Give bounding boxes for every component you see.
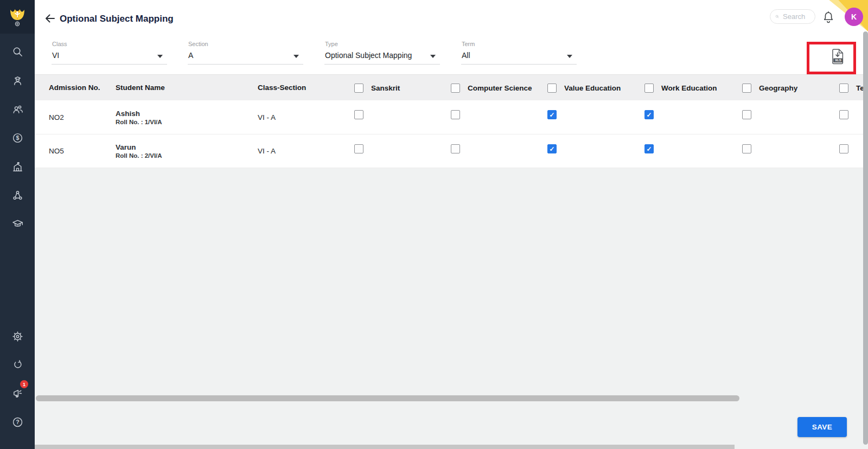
dollar-icon: $ — [11, 132, 24, 144]
student-cell: Ashish Roll No. : 1/VI/A — [116, 100, 162, 134]
class-section-value: VI - A — [258, 134, 276, 168]
student-name: Varun — [116, 143, 162, 151]
computer-science-checkbox[interactable] — [451, 110, 460, 119]
section-label: Section — [188, 41, 208, 47]
app-logo[interactable] — [0, 0, 35, 34]
svg-text:?: ? — [16, 419, 19, 425]
class-label: Class — [52, 41, 67, 47]
roll-no: Roll No. : 1/VI/A — [116, 119, 162, 125]
megaphone-icon — [11, 387, 24, 399]
sanskrit-checkbox[interactable] — [354, 144, 363, 153]
sidebar-item-community[interactable] — [0, 186, 35, 204]
xls-download-icon: XLS — [832, 49, 845, 65]
column-label: Sanskrit — [371, 84, 400, 92]
select-all-value-education-checkbox[interactable] — [547, 84, 557, 93]
roll-no: Roll No. : 2/VI/A — [116, 152, 162, 159]
student-icon — [11, 74, 24, 87]
column-admission-no: Admission No. — [49, 75, 100, 101]
column-header-work-education: Work Education — [644, 75, 717, 101]
sidebar-item-people[interactable] — [0, 100, 35, 118]
column-class-section: Class-Section — [258, 75, 306, 101]
select-all-work-education-checkbox[interactable] — [644, 84, 654, 93]
select-all-sanskrit-checkbox[interactable] — [354, 84, 363, 93]
horizontal-scrollbar-thumb[interactable] — [36, 395, 739, 401]
vertical-scrollbar-thumb[interactable] — [863, 31, 868, 445]
class-section-value: VI - A — [258, 100, 276, 134]
page-title: Optional Subject Mapping — [60, 14, 174, 24]
type-value: Optional Subject Mapping — [325, 51, 412, 60]
admission-no: NO2 — [49, 100, 64, 134]
back-arrow-icon — [43, 12, 56, 25]
svg-text:$: $ — [16, 134, 19, 141]
bell-icon — [822, 11, 834, 24]
class-value: VI — [52, 51, 59, 60]
section-select[interactable]: Section A — [188, 40, 303, 65]
student-name: Ashish — [116, 110, 162, 118]
global-search[interactable] — [770, 9, 815, 24]
sidebar-item-search[interactable] — [0, 42, 35, 61]
community-icon — [11, 189, 24, 202]
select-all-telugu-checkbox[interactable] — [839, 84, 848, 93]
chevron-down-icon — [430, 55, 436, 58]
search-icon — [775, 13, 779, 20]
tulip-logo-icon — [8, 4, 27, 29]
term-value: All — [462, 51, 470, 60]
page-horizontal-scrollbar[interactable] — [35, 445, 735, 449]
help-icon: ? — [11, 416, 24, 428]
notifications-button[interactable] — [822, 11, 834, 24]
column-student-name: Student Name — [116, 75, 165, 101]
sidebar-item-students[interactable] — [0, 71, 35, 89]
svg-text:XLS: XLS — [835, 59, 841, 62]
chevron-down-icon — [567, 55, 572, 58]
sidebar-item-help[interactable]: ? — [0, 413, 35, 431]
save-button[interactable]: SAVE — [797, 417, 847, 437]
user-avatar[interactable]: K — [845, 8, 863, 26]
column-header-geography: Geography — [742, 75, 797, 101]
export-xls-button[interactable]: XLS — [832, 49, 845, 65]
student-cell: Varun Roll No. : 2/VI/A — [116, 134, 162, 168]
value-education-checkbox[interactable] — [547, 110, 557, 119]
type-select[interactable]: Type Optional Subject Mapping — [324, 40, 440, 65]
term-select[interactable]: Term All — [461, 40, 577, 65]
geography-checkbox[interactable] — [742, 144, 751, 153]
sidebar-item-sync[interactable] — [0, 355, 35, 374]
sidebar-item-announcements[interactable]: 1 — [0, 383, 35, 402]
chevron-down-icon — [293, 55, 299, 58]
sidebar-item-settings[interactable] — [0, 327, 35, 345]
type-label: Type — [325, 41, 338, 47]
optional-subject-mapping-page: $ — [0, 0, 868, 449]
sidebar-item-school[interactable] — [0, 157, 35, 176]
table-row: NO5 Varun Roll No. : 2/VI/A VI - A — [35, 134, 868, 168]
computer-science-checkbox[interactable] — [451, 144, 460, 153]
announcement-badge: 1 — [20, 380, 28, 388]
graduation-cap-icon — [11, 218, 24, 230]
select-all-geography-checkbox[interactable] — [742, 84, 751, 93]
chevron-down-icon — [157, 55, 163, 58]
admission-no: NO5 — [49, 134, 64, 168]
geography-checkbox[interactable] — [742, 110, 751, 119]
search-input[interactable] — [782, 12, 810, 21]
sync-icon — [11, 358, 24, 371]
sidebar: $ — [0, 0, 35, 449]
column-label: Geography — [759, 84, 797, 92]
column-header-sanskrit: Sanskrit — [354, 75, 400, 101]
telugu-checkbox[interactable] — [839, 110, 848, 119]
column-header-computer-science: Computer Science — [451, 75, 532, 101]
work-education-checkbox[interactable] — [644, 110, 654, 119]
school-building-icon — [11, 161, 24, 173]
column-label: Value Education — [564, 84, 621, 92]
people-icon — [11, 103, 24, 116]
telugu-checkbox[interactable] — [839, 144, 848, 153]
column-label: Work Education — [661, 84, 717, 92]
table-header: Admission No. Student Name Class-Section… — [35, 74, 868, 100]
column-header-value-education: Value Education — [547, 75, 621, 101]
value-education-checkbox[interactable] — [547, 144, 557, 153]
gear-icon — [11, 330, 24, 343]
sidebar-item-academics[interactable] — [0, 215, 35, 233]
back-button[interactable] — [43, 12, 56, 25]
sanskrit-checkbox[interactable] — [354, 110, 363, 119]
work-education-checkbox[interactable] — [644, 144, 654, 153]
sidebar-item-fees[interactable]: $ — [0, 129, 35, 147]
class-select[interactable]: Class VI — [52, 40, 167, 65]
select-all-computer-science-checkbox[interactable] — [451, 84, 460, 93]
